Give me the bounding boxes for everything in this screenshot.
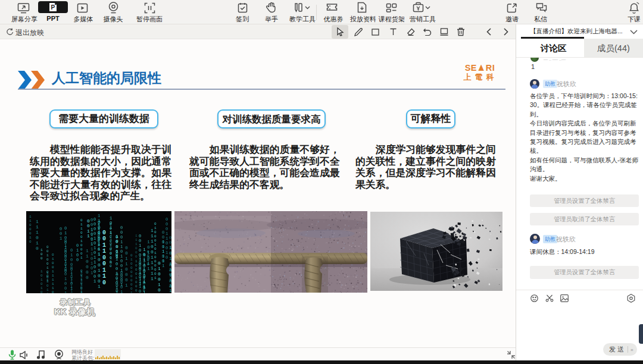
svg-text:01001111100110: 01001111100110	[52, 253, 54, 293]
svg-text:0000: 0000	[147, 250, 149, 266]
svg-text:0100101001010: 0100101001010	[158, 261, 161, 293]
svg-text:00001010110001: 00001010110001	[93, 217, 96, 284]
svg-text:01000101000001: 01000101000001	[154, 222, 157, 280]
svg-text:111010: 111010	[36, 219, 39, 251]
svg-text:0110010001: 0110010001	[80, 218, 83, 260]
svg-text:1100010: 1100010	[29, 215, 32, 244]
svg-text:1110011111: 1110011111	[151, 228, 154, 281]
svg-text:001: 001	[60, 227, 62, 241]
svg-text:001100110: 001100110	[102, 230, 106, 286]
svg-text:00100: 00100	[169, 262, 171, 289]
svg-text:010000001001: 010000001001	[64, 239, 67, 293]
svg-text:00110001: 00110001	[125, 245, 128, 288]
svg-text:0100: 0100	[76, 243, 79, 262]
svg-text:0001101: 0001101	[162, 230, 164, 263]
svg-text:100010001: 100010001	[135, 259, 138, 293]
svg-text:101011: 101011	[46, 271, 49, 293]
svg-text:101000111: 101000111	[143, 247, 146, 293]
svg-text:1111110101: 1111110101	[90, 228, 93, 275]
svg-text:10101001: 10101001	[40, 269, 43, 293]
svg-text:0100000001001: 0100000001001	[130, 253, 133, 293]
svg-text:1100010: 1100010	[98, 222, 100, 252]
svg-text:000110010: 000110010	[166, 217, 168, 260]
svg-text:0011: 0011	[87, 218, 90, 239]
svg-text:11110100001: 11110100001	[80, 270, 83, 293]
svg-text:110000: 110000	[86, 248, 89, 280]
svg-text:0101110: 0101110	[70, 265, 73, 293]
svg-text:10011: 10011	[116, 234, 118, 259]
svg-text:00001: 00001	[120, 271, 123, 293]
svg-text:100: 100	[40, 248, 43, 261]
svg-text:10010110: 10010110	[139, 256, 141, 293]
svg-text:111000: 111000	[135, 234, 138, 259]
svg-text:1100010: 1100010	[110, 232, 112, 265]
svg-text:P: P	[51, 4, 55, 11]
